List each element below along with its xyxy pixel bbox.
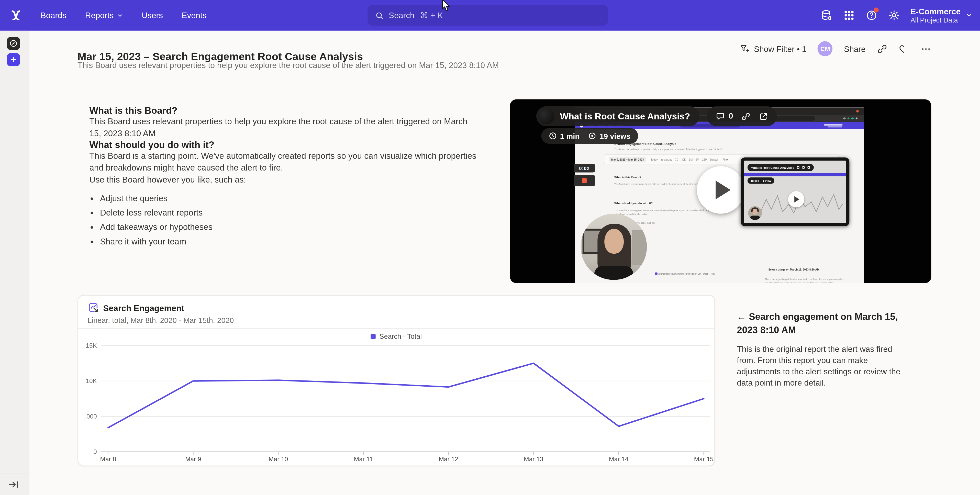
list-item: Add takeaways or hypotheses [100,222,480,233]
mini-date-range: Mar 9, 2023 – Mar 15, 2023 [609,156,646,162]
comment-count: 0 [729,112,733,121]
discover-button[interactable] [7,37,20,50]
svg-text:15K: 15K [86,342,97,349]
svg-text:5,000: 5,000 [86,413,97,420]
list-item: Adjust the queries [100,193,480,204]
mini-section-title: What should you do with it? [614,202,653,205]
video-title-bar: What is Root Cause Analysis? [536,106,700,126]
apps-grid-icon[interactable] [843,10,855,21]
svg-text:Mar 15: Mar 15 [694,456,714,463]
report-title[interactable]: Search Engagement [103,304,184,313]
nav-item-reports[interactable]: Reports [85,11,123,20]
data-settings-icon[interactable] [821,10,832,21]
play-button[interactable] [697,166,745,214]
mini-chart-legend: [Content Discovery] Omnisearch Report Li… [655,272,715,275]
board-description: What is this Board? This Board uses rele… [89,100,480,251]
comment-icon[interactable] [716,111,725,121]
svg-text:Mar 14: Mar 14 [609,456,628,463]
sidebar-footer-divider [0,474,29,474]
nav-item-events[interactable]: Events [181,11,206,20]
annotation-body: This is the original report the alert wa… [737,344,904,388]
insights-report-icon [88,302,99,314]
mini-quick-ranges: Today Yesterday 7D 30D 3M 6M 12M Default [651,158,718,161]
left-sidebar [0,31,29,495]
list-item: Delete less relevant reports [100,207,480,219]
notification-badge [873,7,879,13]
share-button[interactable]: Share [844,44,866,53]
svg-text:Mar 11: Mar 11 [354,456,373,463]
presenter-webcam [581,214,647,280]
search-placeholder: Search [389,11,415,20]
app-root: Boards Reports Users Events Search ⌘ + K [0,0,980,495]
add-button[interactable] [7,53,20,66]
list-intro: Use this Board however you like, such as… [89,173,480,185]
mini-extensions [843,117,858,119]
video-stats: 1 min 19 views [541,128,638,144]
inset-duration: 18 sec [751,179,759,182]
project-name: E-Commerce [910,6,961,16]
svg-text:Mar 13: Mar 13 [524,456,543,463]
inset-views: 1 view [763,179,771,182]
section-body: This Board is a starting point. We've au… [89,150,480,174]
line-chart[interactable]: 05,00010K15KMar 8Mar 9Mar 10Mar 11Mar 12… [86,338,717,464]
plus-icon [10,56,18,64]
copy-link-icon[interactable] [877,43,888,54]
svg-text:Mar 10: Mar 10 [269,456,288,463]
play-icon [795,196,800,202]
copy-link-icon[interactable] [741,111,751,121]
svg-text:Mar 8: Mar 8 [100,456,116,463]
inset-play-button[interactable] [788,191,805,208]
project-selector[interactable]: E-Commerce All Project Data [910,6,972,24]
inset-video-stats: 18 sec 1 view [748,177,774,183]
search-shortcut: ⌘ + K [420,11,443,20]
global-search-input[interactable]: Search ⌘ + K [368,5,608,26]
svg-text:Mar 9: Mar 9 [185,456,201,463]
comment-icon [797,166,800,169]
mini-filter-label: Filter [723,158,729,161]
more-options-icon[interactable] [921,43,931,54]
expand-sidebar-icon[interactable] [8,479,19,490]
svg-text:0: 0 [93,448,97,455]
video-title: What is Root Cause Analysis? [560,111,690,121]
show-filter-button[interactable]: Show Filter • 1 [740,44,807,54]
report-subtitle: Linear, total, Mar 8th, 2020 - Mar 15th,… [88,316,234,325]
recording-stop-button[interactable] [574,175,595,186]
help-icon[interactable] [865,10,877,21]
nav-item-users[interactable]: Users [142,11,163,20]
eye-icon [589,132,597,140]
mixpanel-logo-icon[interactable] [10,9,22,22]
mini-line-chart [610,277,760,283]
chevron-down-icon [117,12,123,18]
recording-dot [856,110,859,113]
video-avatar [538,108,554,124]
chevron-down-icon [966,12,973,19]
copy-link-icon [802,166,805,169]
inset-title-bar: What is Root Cause Analysis? [748,164,814,171]
board-actions: Show Filter • 1 CM Share [740,41,931,56]
inset-video-frame: What is Root Cause Analysis? 18 sec 1 vi… [741,158,849,226]
svg-text:Mar 12: Mar 12 [439,456,458,463]
mini-annotation-body: This is the original report the alert wa… [765,278,848,283]
mini-board-subtitle: This Board uses relevant properties to h… [614,148,722,151]
recording-timer: 0:02 [574,164,595,172]
report-card-search-engagement: Search Engagement Linear, total, Mar 8th… [78,295,715,466]
stop-icon [582,178,587,183]
section-body: This Board uses relevant properties to h… [89,116,480,139]
card-divider [78,328,714,329]
inset-webcam [748,206,762,220]
compass-icon [10,39,18,48]
avatar[interactable]: CM [818,41,833,56]
page-subtitle: This Board uses relevant properties to h… [78,60,499,70]
section-title: What is this Board? [89,105,480,116]
video-toolbar: 0 [707,106,777,126]
favorite-heart-icon[interactable] [899,43,909,54]
settings-gear-icon[interactable] [888,10,900,21]
nav-item-boards[interactable]: Boards [41,11,67,20]
mini-section-title: What is this Board? [614,176,641,179]
svg-text:10K: 10K [86,378,97,385]
open-external-icon [807,166,810,169]
open-external-icon[interactable] [759,111,768,121]
video-duration: 1 min [549,131,580,140]
search-icon [375,11,383,20]
video-player[interactable]: Mar 15, 2023 - Search Enga... Search Eng… [510,99,931,283]
